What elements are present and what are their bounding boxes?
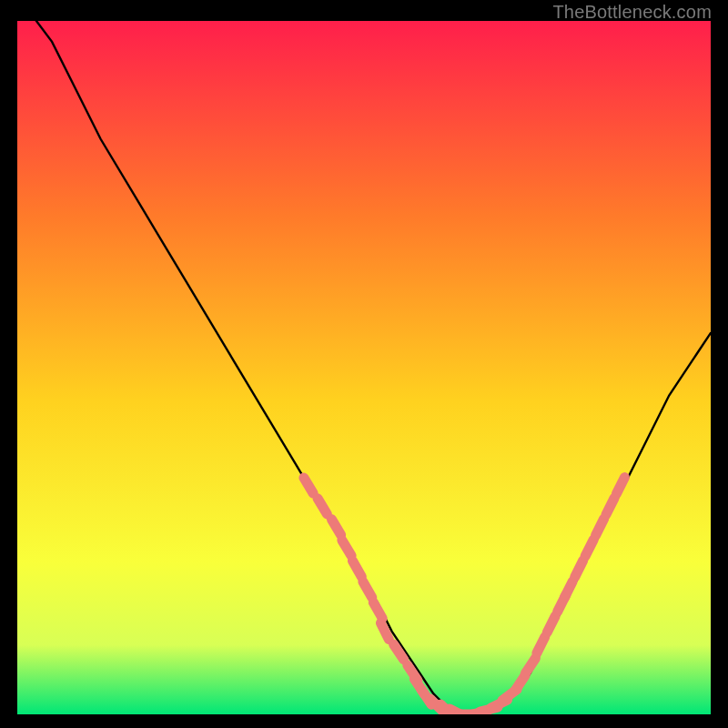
plot-area	[17, 21, 711, 714]
gradient-background	[17, 21, 711, 714]
watermark-label: TheBottleneck.com	[552, 2, 712, 23]
bottleneck-chart	[17, 21, 711, 714]
chart-frame: TheBottleneck.com	[0, 0, 728, 728]
